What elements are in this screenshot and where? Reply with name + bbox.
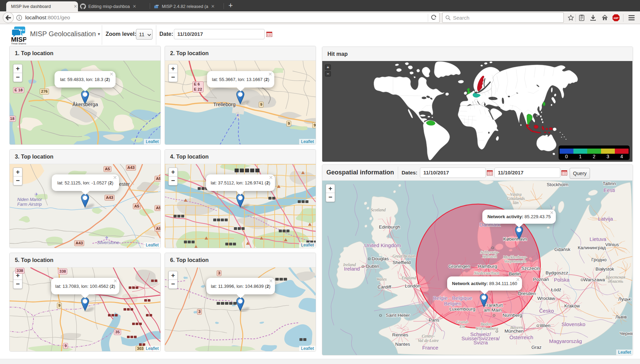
- svg-text:Saint Helier: Saint Helier: [386, 313, 410, 318]
- svg-text:область: область: [608, 279, 623, 284]
- svg-text:Threat Sharing: Threat Sharing: [11, 42, 26, 45]
- svg-text:Holstein: Holstein: [482, 254, 497, 259]
- svg-text:Чернівці: Чернівці: [620, 331, 632, 336]
- svg-text:Гродно: Гродно: [591, 257, 607, 262]
- svg-text:Ireland: Ireland: [344, 266, 360, 272]
- svg-text:Hamburg: Hamburg: [478, 264, 497, 269]
- svg-text:Szczecin: Szczecin: [521, 266, 540, 271]
- svg-text:Białystok: Białystok: [595, 266, 614, 272]
- svg-text:Magyarország: Magyarország: [549, 338, 582, 344]
- svg-text:Scotland: Scotland: [371, 208, 386, 212]
- svg-text:London: London: [405, 283, 420, 289]
- svg-text:Bydgoszcz: Bydgoszcz: [545, 270, 568, 275]
- svg-text:Vorpommern: Vorpommern: [504, 259, 526, 264]
- svg-text:Rennes: Rennes: [392, 332, 408, 337]
- svg-text:Wrocław: Wrocław: [537, 296, 555, 301]
- svg-text:Berlin: Berlin: [509, 271, 521, 276]
- svg-text:Belgie - Belgique: Belgie - Belgique: [433, 295, 472, 301]
- svg-text:France: France: [422, 345, 439, 351]
- svg-text:Groningen: Groningen: [448, 264, 470, 269]
- svg-text:Grand-: Grand-: [456, 320, 469, 324]
- svg-text:Cardiff: Cardiff: [377, 284, 391, 290]
- svg-text:Wales: Wales: [376, 277, 387, 282]
- svg-text:England: England: [401, 275, 416, 280]
- svg-text:Polska: Polska: [554, 277, 570, 283]
- svg-text:Vilnius: Vilnius: [605, 242, 619, 247]
- svg-text:Česko: Česko: [539, 308, 554, 314]
- svg-text:Nürnberg: Nürnberg: [503, 313, 522, 318]
- svg-text:Калининград: Калининград: [578, 245, 605, 250]
- svg-text:Edinburgh: Edinburgh: [379, 224, 400, 230]
- svg-text:Kraków: Kraków: [564, 303, 580, 309]
- svg-text:Wien: Wien: [540, 323, 551, 328]
- svg-text:Łódź: Łódź: [551, 287, 561, 292]
- svg-text:Poznań: Poznań: [533, 277, 549, 282]
- svg-text:län: län: [513, 200, 519, 205]
- svg-text:ABP: ABP: [613, 17, 619, 19]
- svg-text:Bayern: Bayern: [510, 325, 523, 330]
- svg-text:Douglas: Douglas: [372, 256, 389, 261]
- svg-text:Stockholm: Stockholm: [547, 182, 568, 187]
- svg-text:Tallinn: Tallinn: [603, 181, 616, 186]
- svg-text:Lietuva: Lietuva: [590, 236, 607, 242]
- svg-text:Dublin: Dublin: [366, 264, 379, 269]
- svg-text:Luxembourg: Luxembourg: [449, 306, 475, 312]
- svg-text:am Main: am Main: [484, 307, 502, 313]
- svg-text:Graz: Graz: [531, 345, 542, 350]
- svg-text:Dresden: Dresden: [518, 291, 535, 296]
- svg-text:Slovensko: Slovensko: [561, 321, 585, 327]
- svg-text:Львів: Львів: [615, 314, 627, 320]
- svg-text:Paris: Paris: [429, 317, 440, 323]
- svg-text:Württemberg: Württemberg: [475, 326, 498, 331]
- svg-text:Niedersachsen: Niedersachsen: [473, 271, 499, 275]
- svg-text:Val de Loire: Val de Loire: [418, 338, 439, 343]
- svg-text:Baden-: Baden-: [481, 322, 493, 326]
- svg-text:Centre-: Centre-: [422, 334, 435, 338]
- svg-text:Sheffield: Sheffield: [393, 260, 411, 265]
- svg-text:Est: Est: [459, 324, 465, 329]
- svg-text:Луцьк: Луцьк: [618, 296, 631, 302]
- svg-text:Nantes: Nantes: [395, 342, 410, 347]
- svg-text:Latvija: Latvija: [598, 216, 613, 222]
- svg-text:Gdańsk: Gdańsk: [554, 247, 571, 252]
- svg-text:Great Britain: Great Britain: [392, 254, 415, 259]
- svg-text:Warszawa: Warszawa: [583, 277, 605, 282]
- svg-text:Eesti: Eesti: [603, 187, 615, 193]
- svg-text:Österreich: Österreich: [509, 334, 533, 340]
- svg-text:United Kingdom: United Kingdom: [364, 242, 401, 248]
- svg-text:Svizra: Svizra: [473, 340, 488, 345]
- svg-text:Belgien: Belgien: [444, 301, 461, 306]
